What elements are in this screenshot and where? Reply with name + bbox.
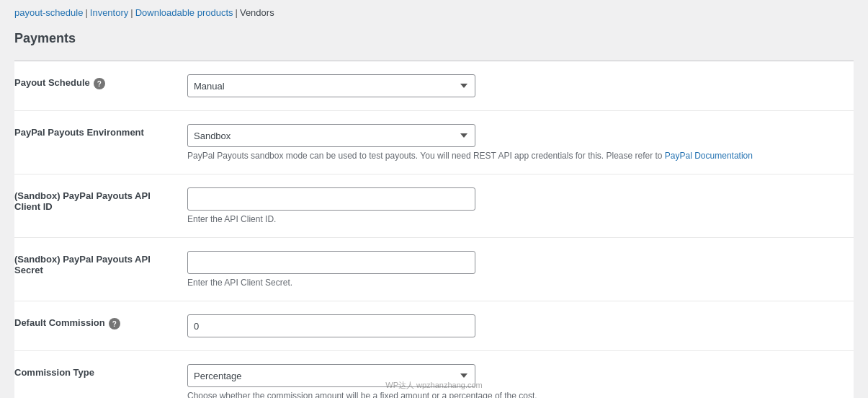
default-commission-input[interactable] [187,314,475,337]
sandbox-secret-input[interactable] [187,251,475,274]
default-commission-label: Default Commission ? [14,311,187,335]
sandbox-client-id-input[interactable] [187,187,475,211]
sandbox-secret-label: (Sandbox) PayPal Payouts API Secret [14,248,187,281]
sandbox-client-id-field: Enter the API Client ID. [187,185,854,227]
commission-type-field: Percentage Fixed Choose whether the comm… [187,361,854,398]
breadcrumb-downloadable[interactable]: Downloadable products [135,7,233,18]
settings-table: Payout Schedule ? Manual Weekly Monthly … [14,61,854,398]
commission-type-description: Choose whether the commission amount wil… [187,391,854,398]
payout-schedule-label: Payout Schedule ? [14,71,187,95]
sandbox-client-id-label: (Sandbox) PayPal Payouts API Client ID [14,185,187,218]
payout-schedule-help-icon[interactable]: ? [94,78,105,89]
paypal-environment-label: PayPal Payouts Environment [14,121,187,143]
section-title: Payments [14,31,854,46]
commission-type-label: Commission Type [14,361,187,384]
commission-type-row: Commission Type Percentage Fixed Choose … [14,351,854,398]
sandbox-client-id-row: (Sandbox) PayPal Payouts API Client ID E… [14,174,854,238]
paypal-docs-link[interactable]: PayPal Documentation [665,151,753,161]
default-commission-help-icon[interactable]: ? [109,318,120,330]
sandbox-secret-description: Enter the API Client Secret. [187,278,854,288]
default-commission-row: Default Commission ? [14,301,854,351]
breadcrumb: payout-schedule | Inventory | Downloadab… [14,7,854,18]
payout-schedule-select[interactable]: Manual Weekly Monthly [187,74,475,97]
breadcrumb-inventory[interactable]: Inventory [90,7,128,18]
payout-schedule-field: Manual Weekly Monthly [187,71,854,100]
default-commission-field [187,311,854,340]
sandbox-secret-row: (Sandbox) PayPal Payouts API Secret Ente… [14,238,854,301]
paypal-environment-description: PayPal Payouts sandbox mode can be used … [187,151,854,161]
payout-schedule-row: Payout Schedule ? Manual Weekly Monthly [14,61,854,111]
commission-type-select[interactable]: Percentage Fixed [187,364,475,387]
breadcrumb-vendors: Vendors [240,7,274,18]
sandbox-secret-field: Enter the API Client Secret. [187,248,854,291]
paypal-environment-select[interactable]: Sandbox Live [187,124,475,147]
breadcrumb-general[interactable]: payout-schedule [14,7,83,18]
sandbox-client-id-description: Enter the API Client ID. [187,214,854,224]
paypal-environment-field: Sandbox Live PayPal Payouts sandbox mode… [187,121,854,164]
paypal-environment-row: PayPal Payouts Environment Sandbox Live … [14,111,854,174]
